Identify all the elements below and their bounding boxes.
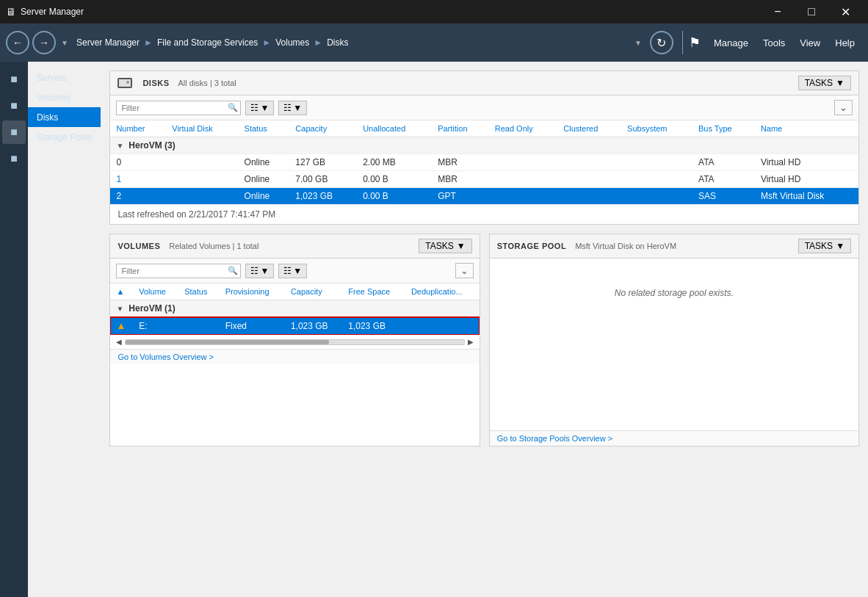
breadcrumb-dropdown-button[interactable]: ▼ (632, 31, 644, 54)
col-partition[interactable]: Partition (432, 120, 489, 137)
breadcrumb-part-2[interactable]: Volumes (275, 37, 309, 48)
view-menu-button[interactable]: View (792, 35, 828, 51)
sidebar-icon-dashboard[interactable]: ■ (2, 68, 26, 91)
nav-dropdown-button[interactable]: ▼ (59, 31, 70, 54)
close-button[interactable]: ✕ (828, 0, 862, 23)
cell-capacity: 127 GB (289, 154, 357, 171)
disks-group-dropdown-icon: ▼ (293, 103, 302, 113)
sidebar-item-servers[interactable]: Servers (28, 68, 101, 87)
back-button[interactable]: ← (6, 31, 29, 54)
disks-filter-input[interactable] (116, 101, 241, 115)
col-status[interactable]: Status (239, 120, 290, 137)
manage-menu-button[interactable]: Manage (706, 35, 756, 51)
disks-toolbar: 🔍 ☷ ▼ ☷ ▼ ⌄ (110, 95, 858, 120)
scrollbar-thumb (126, 340, 328, 344)
sidebar-icons: ■ ■ ■ ■ (0, 62, 28, 597)
cell-name: Virtual HD (755, 171, 858, 188)
scroll-left-icon[interactable]: ◀ (116, 338, 122, 346)
minimize-button[interactable]: − (761, 0, 795, 23)
group-arrow: ▼ (116, 142, 123, 150)
col-name[interactable]: Name (755, 120, 858, 137)
disks-refresh-note: Last refreshed on 2/21/2017 7:41:47 PM (110, 205, 858, 224)
col-capacity[interactable]: Capacity (289, 120, 357, 137)
sidebar-icon-info[interactable]: ■ (2, 94, 26, 117)
disks-list-icon: ☷ (250, 103, 258, 113)
volumes-toolbar: 🔍 ☷ ▼ ☷ ▼ ⌄ (110, 258, 479, 283)
storage-pool-subtitle: Msft Virtual Disk on HeroVM (575, 242, 676, 250)
volumes-group-name: HeroVM (1) (129, 303, 175, 314)
refresh-button[interactable]: ↻ (650, 31, 673, 54)
sidebar-item-storage-pools[interactable]: Storage Pools (28, 127, 101, 147)
cell-warning: ▲ (110, 317, 133, 335)
volumes-panel-subtitle: Related Volumes | 1 total (169, 242, 258, 250)
storage-pool-title: STORAGE POOL (497, 242, 566, 250)
volumes-scrollbar[interactable]: ◀ ▶ (110, 335, 479, 349)
disks-view-dropdown-icon: ▼ (260, 103, 269, 113)
col-vol-capacity[interactable]: Capacity (285, 283, 342, 300)
title-bar-title: Server Manager (21, 7, 84, 17)
sidebar-nav: Servers Volumes Disks Storage Pools (28, 62, 101, 597)
volumes-panel-footer: Go to Volumes Overview > (110, 349, 479, 364)
tools-menu-button[interactable]: Tools (756, 35, 792, 51)
table-row[interactable]: ▲ E: Fixed 1,023 GB 1,023 GB (110, 317, 479, 335)
sidebar-icon-files[interactable]: ■ (2, 147, 26, 170)
cell-status: Online (239, 171, 290, 188)
table-row[interactable]: 1 Online 7.00 GB 0.00 B MBR ATA Virtual … (110, 171, 858, 188)
main-layout: ■ ■ ■ ■ Servers Volumes Disks Storage Po… (0, 62, 868, 597)
col-number[interactable]: Number (110, 120, 166, 137)
group-name: HeroVM (3) (129, 140, 175, 151)
breadcrumb-part-0[interactable]: Server Manager (76, 37, 140, 48)
disk-panel-icon (117, 78, 132, 88)
col-vol-volume[interactable]: Volume (133, 283, 178, 300)
col-virtual-disk[interactable]: Virtual Disk (166, 120, 238, 137)
volumes-group-herovm: ▼ HeroVM (1) (110, 300, 479, 317)
volumes-group-btn[interactable]: ☷ ▼ (278, 264, 307, 278)
help-menu-button[interactable]: Help (828, 35, 862, 51)
breadcrumb-current: Disks (327, 37, 348, 48)
disks-panel-title: DISKS (142, 79, 169, 87)
storage-pool-tasks-dropdown: ▼ (836, 241, 845, 251)
sidebar-item-disks[interactable]: Disks (28, 107, 101, 127)
col-subsystem[interactable]: Subsystem (621, 120, 692, 137)
table-row[interactable]: 0 Online 127 GB 2.00 MB MBR ATA Virtual … (110, 154, 858, 171)
volumes-tasks-button[interactable]: TASKS ▼ (419, 239, 471, 253)
volumes-panel: VOLUMES Related Volumes | 1 total TASKS … (109, 234, 480, 446)
volumes-tasks-dropdown-icon: ▼ (457, 241, 466, 251)
cell-partition: MBR (432, 154, 489, 171)
disks-panel: DISKS All disks | 3 total TASKS ▼ 🔍 ☷ ▼ (109, 70, 859, 225)
breadcrumb-part-1[interactable]: File and Storage Services (157, 37, 258, 48)
storage-pool-tasks-button[interactable]: TASKS ▼ (798, 239, 851, 253)
disks-view-btn[interactable]: ☷ ▼ (245, 101, 274, 115)
table-row[interactable]: 2 Online 1,023 GB 0.00 B GPT SAS Msft Vi… (110, 188, 858, 205)
col-readonly[interactable]: Read Only (489, 120, 558, 137)
volumes-filter-input[interactable] (116, 264, 241, 278)
disks-table: Number Virtual Disk Status Capacity Unal… (110, 120, 858, 205)
volumes-collapse-btn[interactable]: ⌄ (455, 263, 474, 278)
col-unallocated[interactable]: Unallocated (357, 120, 432, 137)
notifications-button[interactable]: ⚑ (689, 35, 701, 51)
col-clustered[interactable]: Clustered (557, 120, 621, 137)
volumes-view-btn[interactable]: ☷ ▼ (245, 264, 274, 278)
disks-group-btn[interactable]: ☷ ▼ (278, 101, 307, 115)
maximize-button[interactable]: □ (795, 0, 828, 23)
sidebar-item-volumes[interactable]: Volumes (28, 87, 101, 107)
goto-storage-pools-link[interactable]: Go to Storage Pools Overview > (497, 434, 612, 443)
cell-unallocated: 0.00 B (357, 171, 432, 188)
col-bustype[interactable]: Bus Type (692, 120, 755, 137)
scrollbar-track[interactable] (125, 339, 464, 345)
col-vol-dedup[interactable]: Deduplicatio... (405, 283, 480, 300)
col-vol-freespace[interactable]: Free Space (342, 283, 405, 300)
breadcrumb-sep-1: ► (262, 37, 271, 48)
sidebar-icon-storage[interactable]: ■ (2, 120, 26, 144)
forward-button[interactable]: → (32, 31, 56, 54)
col-vol-status[interactable]: Status (178, 283, 219, 300)
disks-table-header: Number Virtual Disk Status Capacity Unal… (110, 120, 858, 137)
disks-collapse-btn[interactable]: ⌄ (834, 100, 853, 115)
scroll-right-icon[interactable]: ▶ (468, 338, 474, 346)
cell-readonly (489, 154, 558, 171)
disks-table-container: Number Virtual Disk Status Capacity Unal… (110, 120, 858, 205)
col-vol-provisioning[interactable]: Provisioning (220, 283, 285, 300)
disks-tasks-button[interactable]: TASKS ▼ (798, 76, 851, 90)
goto-volumes-link[interactable]: Go to Volumes Overview > (117, 352, 214, 361)
cell-bustype: ATA (692, 171, 755, 188)
